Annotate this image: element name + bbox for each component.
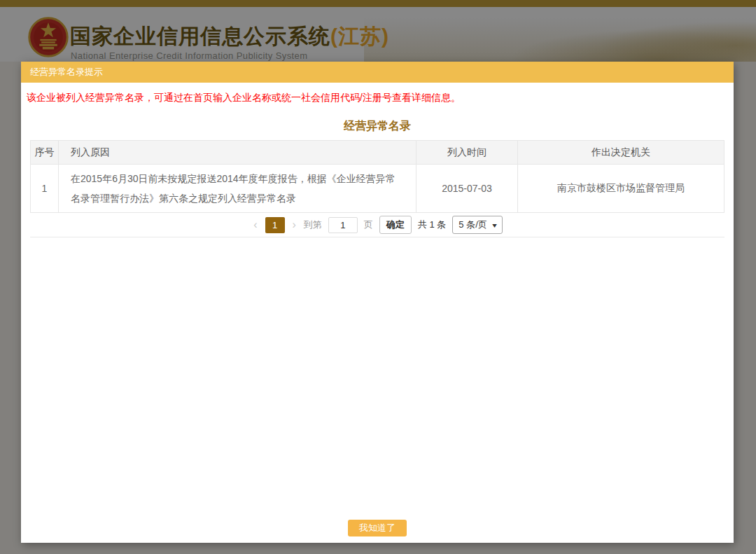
current-page-button[interactable]: 1 xyxy=(265,217,285,233)
page: 国家企业信用信息公示系统(江苏) National Enterprise Cre… xyxy=(0,0,756,554)
row-authority-cell: 南京市鼓楼区市场监督管理局 xyxy=(518,165,724,213)
column-header-index: 序号 xyxy=(31,141,59,165)
acknowledge-button[interactable]: 我知道了 xyxy=(348,520,407,536)
pagination-bar: ‹ 1 › 到第 页 确定 共 1 条 5 条/页 ▾ xyxy=(30,213,724,237)
table-header-row: 序号 列入原因 列入时间 作出决定机关 xyxy=(31,141,724,165)
column-header-reason: 列入原因 xyxy=(59,141,416,165)
table-row: 1 在2015年6月30日前未按规定报送2014年度年度报告，根据《企业经营异常… xyxy=(31,165,724,213)
column-header-authority: 作出决定机关 xyxy=(518,141,724,165)
page-size-value: 5 条/页 xyxy=(458,219,486,231)
goto-page-prefix-label: 到第 xyxy=(304,219,322,231)
goto-page-suffix-label: 页 xyxy=(364,219,373,231)
page-size-select[interactable]: 5 条/页 ▾ xyxy=(452,216,503,234)
abnormal-table: 序号 列入原因 列入时间 作出决定机关 1 在2015年6月30日前未按规定报送… xyxy=(30,140,724,213)
prev-page-icon[interactable]: ‹ xyxy=(252,219,258,230)
chevron-down-icon: ▾ xyxy=(492,221,497,229)
warning-text: 该企业被列入经营异常名录，可通过在首页输入企业名称或统一社会信用代码/注册号查看… xyxy=(27,90,728,104)
column-header-date: 列入时间 xyxy=(416,141,518,165)
modal-title: 经营异常名录提示 xyxy=(21,62,734,83)
total-count-label: 共 1 条 xyxy=(418,219,446,231)
next-page-icon[interactable]: › xyxy=(291,219,298,230)
abnormal-table-block: 序号 列入原因 列入时间 作出决定机关 1 在2015年6月30日前未按规定报送… xyxy=(30,140,724,237)
row-index-cell: 1 xyxy=(31,165,59,213)
goto-page-confirm-button[interactable]: 确定 xyxy=(379,216,412,234)
row-reason-cell: 在2015年6月30日前未按规定报送2014年度年度报告，根据《企业经营异常名录… xyxy=(59,165,416,213)
abnormal-list-modal: 经营异常名录提示 该企业被列入经营异常名录，可通过在首页输入企业名称或统一社会信… xyxy=(21,62,734,543)
row-date-cell: 2015-07-03 xyxy=(416,165,518,213)
section-title: 经营异常名录 xyxy=(21,119,734,134)
page-number-input[interactable] xyxy=(328,217,358,233)
